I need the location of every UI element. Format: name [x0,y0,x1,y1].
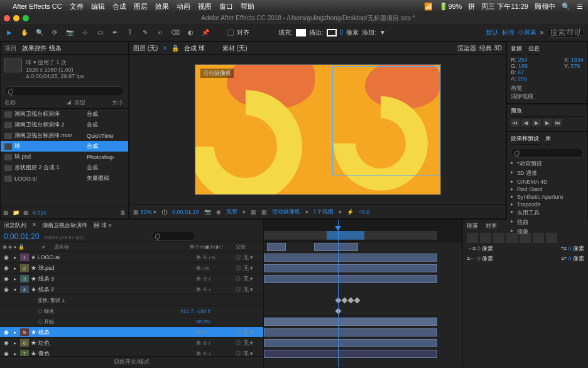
type-tool-icon[interactable]: T [124,27,136,38]
prev-frame-btn[interactable]: ◀ [521,119,530,126]
new-comp-icon[interactable]: ▦ [23,209,29,216]
menu-layer[interactable]: 图层 [134,2,148,11]
ime-icon[interactable]: 拼 [468,2,475,11]
snapshot-icon[interactable]: 📷 [204,209,211,215]
tracks-area[interactable] [264,242,462,367]
current-time-indicator[interactable] [338,220,339,367]
views-dropdown[interactable]: 1个视图 [313,208,334,216]
workspace-default[interactable]: 默认 [486,28,499,37]
folder-icon[interactable]: 📁 [13,209,19,216]
property-row[interactable]: 变换: 形状 1 [0,295,263,306]
panel-paragraph[interactable]: 段落 [467,222,478,230]
tab-effect-controls[interactable]: 效果控件 线条 [22,44,62,53]
close-btn[interactable] [4,15,10,21]
workspace-more-icon[interactable]: » [540,29,543,36]
panel-effects[interactable]: 效果和预设 [511,135,539,145]
wifi-icon[interactable]: 📶 [424,3,433,11]
align-left-btn[interactable] [467,233,478,243]
effect-category[interactable]: Synthetic Aperture [511,193,584,201]
add-dropdown-icon[interactable]: ▼ [379,29,386,36]
effect-category[interactable]: 扭曲 [511,218,584,227]
comp-viewer[interactable]: 活动摄像机 [129,55,506,204]
next-frame-btn[interactable]: ▶ [543,119,552,126]
fast-preview-icon[interactable]: ⚡ [347,209,354,215]
work-area[interactable] [327,231,364,240]
camera-dropdown[interactable]: 活动摄像机 [272,208,300,216]
anchor-tool-icon[interactable]: ⊹ [79,27,90,38]
property-row[interactable]: ◇ 锚点621.7, -269.5 [0,306,263,316]
lock-icon[interactable]: 🔒 [172,45,179,52]
menu-view[interactable]: 视图 [198,2,212,11]
battery-icon[interactable]: 🔋99% [439,3,462,11]
timeline-time[interactable]: 0;00;01;20 [4,232,40,241]
menu-animation[interactable]: 动画 [177,2,190,11]
col-type[interactable]: 类型 [74,99,112,107]
project-item[interactable]: 湖南卫视台标演绎合成 [1,109,128,120]
layer-viewer-tab[interactable]: 图层 (无) [133,44,158,53]
play-btn[interactable]: ▶ [532,119,541,126]
interpret-icon[interactable]: ▦ [3,209,9,216]
layer-row[interactable]: ◉▸3★ 线条 3单 ※ /◎ 无 ▾ [0,274,263,284]
selection-tool-icon[interactable]: ▶ [4,27,15,38]
exposure[interactable]: +0.0 [359,209,370,215]
brush-tool-icon[interactable]: ✎ [139,27,151,38]
search-help-input[interactable] [547,28,584,38]
bpc[interactable]: 8 bpc [33,209,46,216]
toggle-switches[interactable]: 切换开关/模式 [114,358,150,366]
user[interactable]: 顾领中 [535,2,555,11]
resolution-dropdown[interactable]: 完整 [226,208,237,216]
roi-icon[interactable]: ▦ [251,209,256,215]
shape-tool-icon[interactable]: ▭ [94,27,106,38]
eraser-tool-icon[interactable]: ⌫ [170,27,181,38]
project-item[interactable]: LOGO.ai矢量图稿 [1,173,128,184]
col-source[interactable]: 源名称 [54,243,188,250]
footage-tab[interactable]: 素材 (无) [222,44,247,53]
roto-tool-icon[interactable]: ◐ [185,27,196,38]
max-btn[interactable] [23,15,29,21]
property-row[interactable]: ◇ 开始80.0% [0,316,263,327]
first-frame-btn[interactable]: ⏮ [511,119,520,126]
snap-checkbox[interactable] [227,30,234,36]
comp-tab[interactable]: 合成 球 [184,44,205,53]
menu-window[interactable]: 窗口 [219,2,233,11]
search-icon[interactable]: 🔍 [562,3,570,11]
align-right-btn[interactable] [493,233,504,243]
fill-swatch[interactable] [296,29,306,36]
project-item[interactable]: 湖南卫视台标演绎 2合成 [1,120,128,130]
pen-tool-icon[interactable]: ✒ [109,27,121,38]
panel-lib[interactable]: 库 [545,135,551,145]
effect-category[interactable]: Red Giant [511,186,584,193]
panel-preview[interactable]: 预览 [511,107,584,117]
menu-edit[interactable]: 编辑 [91,2,105,11]
project-item[interactable]: 湖南卫视台标演绎.movQuickTime [1,130,128,141]
channel-icon[interactable]: ◉ [216,209,221,215]
hand-tool-icon[interactable]: ✋ [19,27,30,38]
res-toggle-icon[interactable]: ⏻ [161,209,167,215]
menu-comp[interactable]: 合成 [112,2,126,11]
menu-help[interactable]: 帮助 [241,2,254,11]
effect-category[interactable]: 3D 通道 [511,169,584,178]
puppet-tool-icon[interactable]: 📌 [200,27,211,38]
col-parent[interactable]: 父级 [236,243,261,250]
zoom-dropdown[interactable]: ▦ 50% ▾ [133,209,156,215]
rotate-tool-icon[interactable]: ⟳ [49,27,60,38]
camera-tool-icon[interactable]: 📷 [64,27,75,38]
stroke-swatch[interactable] [327,29,337,36]
trash-icon[interactable]: 🗑 [120,209,126,216]
layer-row[interactable]: ◉▾4★ 线条 2单 ※ /◎ 无 ▾ [0,284,263,295]
layer-row[interactable]: ◉▸2★ 球.psd单 / fx◎ 无 ▾ [0,263,263,274]
effect-category[interactable]: 抠像 [511,227,584,237]
tab-comp2[interactable]: ▦ 球 ≡ [94,221,111,230]
menu-effect[interactable]: 效果 [155,2,169,11]
grid-icon[interactable]: ▦ [261,209,267,215]
min-btn[interactable] [13,15,19,21]
panel-align[interactable]: 对齐 [486,222,497,230]
menu-file[interactable]: 文件 [70,2,84,11]
layer-row[interactable]: ◉▸5★ 线条单 ※ /◎ 无 ▾ [0,327,263,338]
menu-icon[interactable]: ☰ [577,3,583,11]
panel-info[interactable]: 信息 [528,45,540,55]
effects-search[interactable] [511,148,584,158]
renderer[interactable]: 渲染器: 经典 3D [457,44,502,53]
viewer-time[interactable]: 0;00;01;20 [172,209,199,215]
layer-row[interactable]: ◉▸7★ 黄色单 ※ /◎ 无 ▾ [0,348,263,356]
